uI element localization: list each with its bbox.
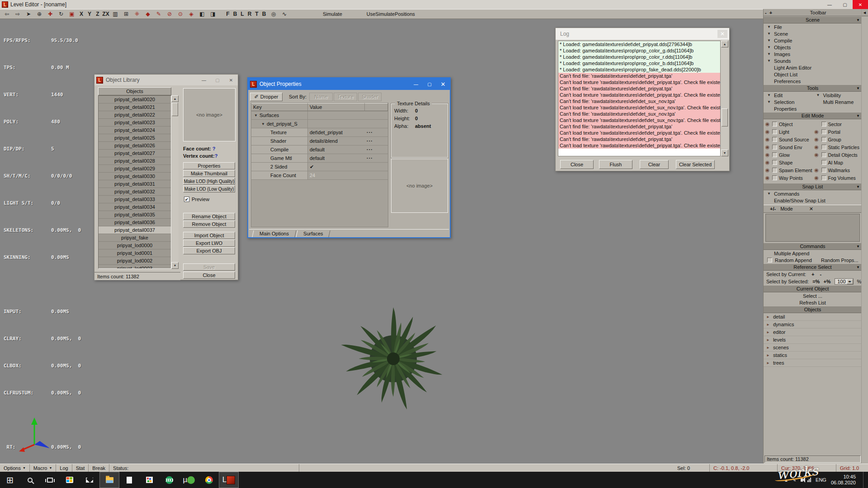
- percent-spinner[interactable]: 100 ◂▸: [835, 278, 854, 285]
- list-item[interactable]: pripyat_detail0023: [99, 119, 171, 127]
- edit-mode-row[interactable]: ◉ Glow: [764, 151, 813, 159]
- list-item[interactable]: pripyat_detail0029: [99, 165, 171, 173]
- log-flush-button[interactable]: Flush: [599, 160, 632, 169]
- toolbar-tool-icon[interactable]: ◆: [143, 10, 153, 18]
- property-row[interactable]: Compile default ···: [251, 145, 388, 154]
- close-icon[interactable]: ✕: [224, 75, 238, 85]
- property-row[interactable]: Shader details\blend ···: [251, 137, 388, 145]
- maximize-icon[interactable]: ▢: [423, 79, 436, 89]
- scene-menu-item[interactable]: ▼Compile: [764, 37, 862, 44]
- log-button[interactable]: Log: [56, 464, 72, 472]
- scroll-up-icon[interactable]: ▲: [171, 95, 179, 102]
- tab-surfaces[interactable]: Surfaces: [296, 230, 330, 237]
- toolbar-tool-icon[interactable]: ◧: [197, 10, 207, 18]
- sort-button[interactable]: Shader: [358, 93, 382, 101]
- key-column-header[interactable]: Key: [251, 103, 308, 111]
- list-item[interactable]: pripyat_detail0030: [99, 173, 171, 180]
- object-tree-item[interactable]: ► levels: [764, 336, 862, 344]
- taskbar-app-button[interactable]: [20, 472, 40, 488]
- edit-mode-checkbox[interactable]: [772, 168, 777, 173]
- toolbar-tool-icon[interactable]: Y: [86, 10, 93, 18]
- enable-snap-list-item[interactable]: Enable/Show Snap List: [764, 197, 862, 204]
- eye-icon[interactable]: ◉: [764, 167, 770, 173]
- property-row[interactable]: ▼det_pripyat_S: [251, 120, 388, 128]
- object-tree-item[interactable]: ► trees: [764, 359, 862, 367]
- object-library-title-bar[interactable]: L Object Library — ▢ ✕: [94, 75, 238, 85]
- edit-mode-row[interactable]: ◉ Object: [764, 120, 813, 128]
- toolbar-tool-icon[interactable]: ⇦: [2, 10, 12, 18]
- list-item[interactable]: pripyat_detail0020: [99, 96, 171, 103]
- edit-mode-row[interactable]: ◉ Light: [764, 128, 813, 136]
- edit-mode-checkbox[interactable]: [772, 145, 777, 150]
- eye-icon[interactable]: ◉: [814, 136, 820, 142]
- ellipsis-button[interactable]: ···: [365, 130, 375, 135]
- refresh-list-button[interactable]: Refresh List: [764, 299, 862, 306]
- expand-icon[interactable]: ►: [766, 361, 770, 365]
- reference-select-section-header[interactable]: Reference Select▼: [764, 263, 862, 271]
- close-icon[interactable]: ✕: [853, 0, 868, 9]
- toolbar-tool-icon[interactable]: Z: [94, 10, 101, 18]
- scroll-down-icon[interactable]: ▼: [721, 150, 728, 156]
- expand-icon[interactable]: ►: [766, 330, 770, 334]
- minimize-icon[interactable]: —: [822, 0, 837, 9]
- toolbar-tool-icon[interactable]: ◨: [208, 10, 218, 18]
- taskbar-app-button[interactable]: ⊞: [0, 472, 20, 488]
- edit-mode-checkbox[interactable]: [772, 129, 777, 134]
- edit-mode-row[interactable]: Sector: [813, 120, 862, 128]
- edit-mode-row[interactable]: ◉ Detail Objects: [813, 151, 862, 159]
- edit-mode-checkbox[interactable]: [772, 137, 777, 142]
- library-object-list[interactable]: pripyat_detail0020 pripyat_detail0021 pr…: [98, 95, 171, 269]
- object-tree-item[interactable]: ► statics: [764, 352, 862, 359]
- log-line[interactable]: * Loaded: gamedata\textures\prop\prop_fa…: [558, 66, 720, 73]
- log-clear-button[interactable]: Clear: [640, 160, 669, 169]
- property-row[interactable]: Face Count 24: [251, 171, 388, 180]
- taskbar-app-button[interactable]: [80, 472, 99, 488]
- select-object-button[interactable]: Select ...: [764, 292, 862, 299]
- clock[interactable]: 10:45 06.08.2020: [831, 474, 859, 486]
- log-line[interactable]: Can't find file: 'rawdata\textures\det\d…: [558, 136, 720, 142]
- edit-mode-checkbox[interactable]: [772, 160, 777, 165]
- toolbar-tool-icon[interactable]: ∿: [279, 10, 289, 18]
- eye-icon[interactable]: ◉: [764, 129, 770, 135]
- list-item[interactable]: pripyat_detail0031: [99, 180, 171, 188]
- property-row[interactable]: 2 Sided ✔: [251, 163, 388, 171]
- edit-mode-section-header[interactable]: Edit Mode▼: [764, 112, 862, 119]
- view-button[interactable]: F: [224, 10, 231, 18]
- close-icon[interactable]: ✕: [436, 79, 450, 89]
- macro-menu-button[interactable]: Macro▼: [30, 464, 57, 472]
- close-icon[interactable]: ✕: [717, 30, 727, 38]
- edit-mode-checkbox[interactable]: [821, 168, 826, 173]
- random-props-button[interactable]: Random Props...: [821, 258, 859, 263]
- view-button[interactable]: R: [246, 10, 253, 18]
- list-item[interactable]: pripyat_lod0001: [99, 249, 171, 257]
- log-line[interactable]: * Loaded: gamedata\textures\det\det_prip…: [558, 41, 720, 47]
- toolbar-tool-icon[interactable]: ▥: [110, 10, 120, 18]
- edit-mode-checkbox[interactable]: [821, 175, 826, 180]
- scene-menu-item[interactable]: Light Anim Editor: [764, 64, 862, 71]
- object-tree-item[interactable]: ► dynamics: [764, 321, 862, 328]
- log-line[interactable]: Can't find file: 'rawdata\textures\det\d…: [558, 73, 720, 79]
- list-item[interactable]: pripyat_detail0036: [99, 219, 171, 226]
- edit-mode-checkbox[interactable]: [821, 160, 826, 165]
- scene-menu-item[interactable]: ▼Scene: [764, 30, 862, 37]
- ellipsis-button[interactable]: ···: [365, 138, 375, 144]
- edit-mode-checkbox[interactable]: [821, 129, 826, 134]
- toolbar-tool-icon[interactable]: ⁜: [132, 10, 142, 18]
- options-menu-button[interactable]: Options▼: [0, 464, 30, 472]
- objects-section-header[interactable]: Objects: [764, 306, 862, 313]
- toolbar-tool-icon[interactable]: ✚: [45, 10, 55, 18]
- list-item[interactable]: pripyat_detail0032: [99, 188, 171, 196]
- property-row[interactable]: Game Mtl default ···: [251, 154, 388, 163]
- tools-menu-item[interactable]: Properties: [764, 105, 813, 112]
- property-row[interactable]: ▼Surfaces: [251, 111, 388, 120]
- list-item[interactable]: pripyat_lod0002: [99, 257, 171, 265]
- log-line[interactable]: * Loaded: gamedata\textures\prop\prop_co…: [558, 54, 720, 60]
- snap-list-section-header[interactable]: Snap List▼: [764, 183, 862, 190]
- plus-percent-button[interactable]: +%: [823, 279, 830, 284]
- simulate-button[interactable]: Simulate: [318, 11, 347, 17]
- object-tree-item[interactable]: ► detail: [764, 313, 862, 321]
- list-item[interactable]: pripyat_detail0034: [99, 203, 171, 211]
- view-button[interactable]: B: [231, 10, 239, 18]
- edit-mode-row[interactable]: ◉ Group: [813, 136, 862, 143]
- eye-icon[interactable]: ◉: [814, 144, 820, 150]
